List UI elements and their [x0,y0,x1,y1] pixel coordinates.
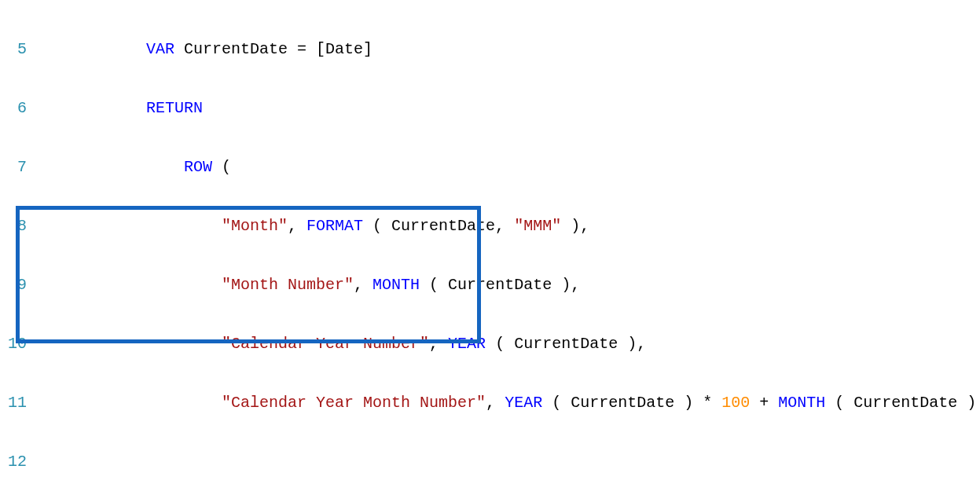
line-number: 12 [0,452,33,471]
code-keyword: RETURN [146,99,203,117]
line-number: 11 [0,393,33,412]
code-editor[interactable]: 5 VAR CurrentDate = [Date] 6 RETURN 7 RO… [0,0,980,495]
code-function: YEAR [448,335,486,353]
line-number: 9 [0,275,33,295]
line-number: 8 [0,216,33,236]
line-number: 6 [0,98,33,118]
line-number: 5 [0,39,33,59]
code-string: "Month Number" [222,276,354,294]
code-text [33,40,146,58]
code-function: ROW [184,158,212,176]
code-string: "Calendar Year Month Number" [222,394,486,412]
code-number: 100 [721,394,750,412]
code-string: "Month" [222,217,288,235]
code-function: MONTH [373,276,420,294]
code-function: YEAR [505,394,542,412]
code-text: CurrentDate = [Date] [184,40,373,58]
code-string: "MMM" [514,217,561,235]
code-keyword: VAR [146,40,174,58]
code-string: "Calendar Year Number" [222,335,429,353]
line-number: 7 [0,157,33,177]
code-function: MONTH [778,394,825,412]
code-function: FORMAT [306,217,363,235]
line-number: 10 [0,334,33,354]
